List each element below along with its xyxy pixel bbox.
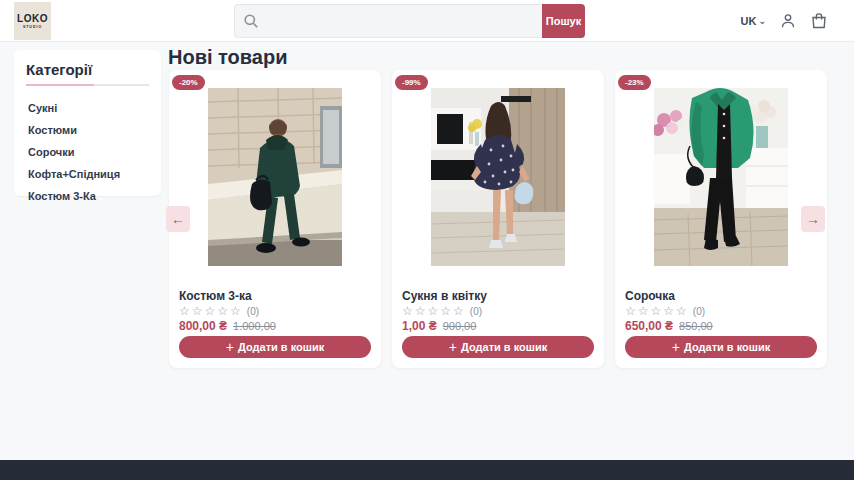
category-sidebar: Категорії Сукні Костюми Сорочки Кофта+Сп…	[14, 50, 161, 196]
language-selector[interactable]: UK ⌄	[741, 15, 766, 27]
product-image-suit-3ka[interactable]	[208, 88, 342, 266]
old-price: 850,00	[679, 320, 713, 332]
product-card: -99%	[392, 70, 604, 368]
old-price: 1.000,00	[233, 320, 276, 332]
search-input[interactable]	[234, 4, 542, 38]
arrow-left-icon: ←	[171, 212, 185, 226]
carousel-next-button[interactable]: →	[801, 206, 825, 232]
category-list: Сукні Костюми Сорочки Кофта+Спідниця Кос…	[26, 97, 149, 207]
product-title[interactable]: Костюм 3-ка	[179, 289, 252, 303]
header-actions: UK ⌄	[741, 0, 828, 42]
plus-icon: +	[672, 340, 680, 354]
sidebar-item-sorochky[interactable]: Сорочки	[26, 141, 149, 163]
logo-subtext: STUDIO	[23, 25, 42, 29]
search-bar: Пошук	[234, 4, 585, 38]
add-to-cart-button[interactable]: + Додати в кошик	[625, 336, 817, 358]
star-icon: ☆	[625, 304, 638, 318]
product-carousel: -20%	[169, 70, 827, 368]
star-icon: ☆	[415, 304, 428, 318]
footer	[0, 460, 854, 480]
current-price: 650,00 ₴	[625, 319, 673, 333]
star-icon: ☆	[676, 304, 689, 318]
add-to-cart-button[interactable]: + Додати в кошик	[179, 336, 371, 358]
old-price: 900,00	[443, 320, 477, 332]
sidebar-item-sukni[interactable]: Сукні	[26, 97, 149, 119]
rating-count: (0)	[693, 306, 705, 317]
star-icon: ☆	[663, 304, 676, 318]
product-image-shirt[interactable]	[654, 88, 788, 266]
star-icon: ☆	[179, 304, 192, 318]
sidebar-divider	[26, 84, 149, 86]
star-icon: ☆	[217, 304, 230, 318]
arrow-right-icon: →	[806, 212, 820, 226]
carousel-prev-button[interactable]: ←	[166, 206, 190, 232]
discount-badge: -99%	[395, 75, 428, 90]
chevron-down-icon: ⌄	[758, 17, 766, 25]
language-label: UK	[741, 15, 757, 27]
plus-icon: +	[226, 340, 234, 354]
product-card: -23%	[615, 70, 827, 368]
product-title[interactable]: Сорочка	[625, 289, 675, 303]
star-rating: ☆☆☆☆☆(0)	[179, 304, 259, 318]
price-row: 650,00 ₴850,00	[625, 319, 713, 333]
add-to-cart-button[interactable]: + Додати в кошик	[402, 336, 594, 358]
plus-icon: +	[449, 340, 457, 354]
sidebar-title: Категорії	[26, 61, 149, 78]
star-rating: ☆☆☆☆☆(0)	[625, 304, 705, 318]
star-icon: ☆	[205, 304, 218, 318]
account-icon[interactable]	[779, 12, 797, 30]
star-icon: ☆	[230, 304, 243, 318]
header: LOKO STUDIO Пошук UK ⌄	[0, 0, 854, 42]
star-icon: ☆	[192, 304, 205, 318]
product-card: -20%	[169, 70, 381, 368]
star-icon: ☆	[440, 304, 453, 318]
current-price: 800,00 ₴	[179, 319, 227, 333]
logo-text: LOKO	[17, 14, 48, 24]
star-icon: ☆	[453, 304, 466, 318]
sidebar-item-kofta-spidnytsia[interactable]: Кофта+Спідниця	[26, 163, 149, 185]
price-row: 1,00 ₴900,00	[402, 319, 476, 333]
star-icon: ☆	[402, 304, 415, 318]
storefront-page: LOKO STUDIO Пошук UK ⌄ Категорії	[0, 0, 854, 480]
star-rating: ☆☆☆☆☆(0)	[402, 304, 482, 318]
star-icon: ☆	[651, 304, 664, 318]
star-icon: ☆	[638, 304, 651, 318]
sidebar-item-kostium-3ka[interactable]: Костюм 3-Ка	[26, 185, 149, 207]
product-image-flower-dress[interactable]	[431, 88, 565, 266]
current-price: 1,00 ₴	[402, 319, 437, 333]
sidebar-item-kostiumy[interactable]: Костюми	[26, 119, 149, 141]
product-title[interactable]: Сукня в квітку	[402, 289, 487, 303]
cart-icon[interactable]	[810, 12, 828, 30]
add-to-cart-label: Додати в кошик	[238, 341, 324, 353]
search-icon	[243, 13, 259, 29]
star-icon: ☆	[428, 304, 441, 318]
section-title: Нові товари	[168, 46, 287, 69]
store-logo[interactable]: LOKO STUDIO	[14, 2, 51, 40]
add-to-cart-label: Додати в кошик	[684, 341, 770, 353]
rating-count: (0)	[247, 306, 259, 317]
rating-count: (0)	[470, 306, 482, 317]
discount-badge: -20%	[172, 75, 205, 90]
add-to-cart-label: Додати в кошик	[461, 341, 547, 353]
search-button[interactable]: Пошук	[542, 4, 585, 38]
price-row: 800,00 ₴1.000,00	[179, 319, 276, 333]
discount-badge: -23%	[618, 75, 651, 90]
